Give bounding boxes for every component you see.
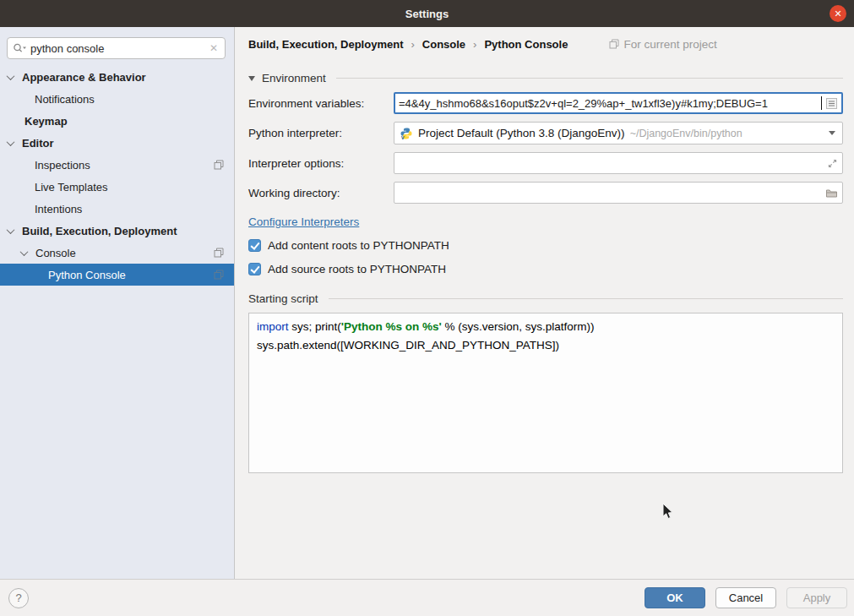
- help-icon[interactable]: ?: [8, 588, 29, 608]
- breadcrumb: Build, Execution, Deployment › Console ›…: [248, 37, 843, 51]
- interpreter-name: Project Default (Python 3.8 (DjangoEnv)): [418, 127, 625, 139]
- python-interpreter-select[interactable]: v Project Default (Python 3.8 (DjangoEnv…: [394, 122, 843, 144]
- cancel-button[interactable]: Cancel: [715, 587, 776, 608]
- copy-settings-icon: [214, 160, 224, 170]
- close-icon[interactable]: ✕: [830, 5, 846, 22]
- title-bar: Settings ✕: [0, 0, 854, 27]
- starting-script-section-header: Starting script: [248, 292, 843, 305]
- working-directory-field[interactable]: [394, 182, 843, 204]
- breadcrumb-item[interactable]: Build, Execution, Deployment: [248, 38, 403, 51]
- browse-variables-icon[interactable]: [822, 97, 838, 110]
- search-icon[interactable]: [13, 42, 27, 54]
- sidebar-item-intentions[interactable]: Intentions: [0, 198, 234, 220]
- search-box[interactable]: ✕: [7, 37, 226, 59]
- tree-item-label: Python Console: [48, 269, 126, 281]
- sidebar-item-notifications[interactable]: Notifications: [0, 88, 234, 110]
- chevron-down-icon[interactable]: [20, 248, 29, 256]
- scope-badge: For current project: [609, 38, 716, 51]
- environment-variables-label: Environment variables:: [248, 97, 394, 110]
- environment-section-header: Environment: [248, 72, 843, 84]
- add-content-roots-checkbox[interactable]: [248, 239, 261, 252]
- python-icon: v: [400, 127, 413, 140]
- configure-interpreters-link[interactable]: Configure Interpreters: [248, 215, 359, 228]
- checkbox-label: Add source roots to PYTHONPATH: [268, 263, 446, 275]
- expand-editor-icon[interactable]: [824, 158, 838, 169]
- environment-variables-input[interactable]: [399, 97, 822, 110]
- settings-dialog: Settings ✕ ✕ Appearance & Behavior: [0, 0, 854, 616]
- sidebar-item-appearance-behavior[interactable]: Appearance & Behavior: [0, 66, 234, 88]
- environment-variables-row: Environment variables:: [248, 92, 843, 114]
- copy-settings-icon: [214, 270, 224, 280]
- dialog-title: Settings: [405, 8, 449, 20]
- breadcrumb-item[interactable]: Console: [422, 38, 465, 51]
- tree-item-label: Console: [35, 247, 76, 259]
- sidebar-item-live-templates[interactable]: Live Templates: [0, 176, 234, 198]
- interpreter-options-input[interactable]: [399, 157, 824, 170]
- interpreter-path: ~/DjangoEnv/bin/python: [630, 128, 742, 139]
- tree-item-label: Appearance & Behavior: [22, 71, 146, 84]
- dialog-body: ✕ Appearance & Behavior Notifications Ke…: [0, 27, 854, 579]
- sidebar-item-python-console[interactable]: Python Console: [0, 264, 234, 286]
- python-interpreter-row: Python interpreter: v Project Default (P…: [248, 122, 843, 144]
- tree-item-label: Intentions: [35, 203, 82, 215]
- folder-icon[interactable]: [822, 188, 838, 199]
- settings-sidebar: ✕ Appearance & Behavior Notifications Ke…: [0, 27, 235, 579]
- collapse-arrow-icon[interactable]: [248, 76, 255, 81]
- working-directory-row: Working directory:: [248, 182, 843, 204]
- copy-settings-icon: [214, 248, 224, 258]
- chevron-down-icon[interactable]: [7, 226, 15, 234]
- code-line: sys.path.extend([WORKING_DIR_AND_PYTHON_…: [257, 336, 835, 355]
- scope-label: For current project: [623, 38, 716, 51]
- section-title: Starting script: [248, 292, 318, 305]
- sidebar-item-keymap[interactable]: Keymap: [0, 110, 234, 132]
- sidebar-item-console[interactable]: Console: [0, 242, 234, 264]
- ok-button[interactable]: OK: [645, 587, 705, 608]
- environment-variables-field[interactable]: [394, 92, 843, 114]
- sidebar-item-inspections[interactable]: Inspections: [0, 154, 234, 176]
- tree-item-label: Build, Execution, Deployment: [22, 225, 177, 237]
- settings-content: Build, Execution, Deployment › Console ›…: [235, 27, 854, 579]
- add-source-roots-row[interactable]: Add source roots to PYTHONPATH: [248, 261, 843, 276]
- working-directory-input[interactable]: [399, 187, 822, 199]
- checkbox-label: Add content roots to PYTHONPATH: [268, 239, 449, 252]
- chevron-down-icon[interactable]: [7, 138, 15, 146]
- add-content-roots-row[interactable]: Add content roots to PYTHONPATH: [248, 237, 843, 253]
- breadcrumb-separator: ›: [473, 38, 476, 51]
- tree-item-label: Live Templates: [35, 181, 107, 194]
- tree-item-label: Notifications: [35, 93, 95, 106]
- breadcrumb-separator: ›: [411, 38, 414, 51]
- tree-item-label: Editor: [22, 137, 54, 150]
- configure-interpreters-row: Configure Interpreters: [248, 215, 843, 228]
- search-input[interactable]: [27, 42, 208, 55]
- python-interpreter-label: Python interpreter:: [248, 127, 394, 139]
- code-line: import sys; print('Python %s on %s' % (s…: [257, 318, 835, 336]
- apply-button[interactable]: Apply: [786, 587, 847, 608]
- sidebar-item-editor[interactable]: Editor: [0, 132, 234, 154]
- tree-item-label: Keymap: [24, 115, 68, 128]
- clear-search-icon[interactable]: ✕: [208, 42, 220, 54]
- interpreter-options-label: Interpreter options:: [248, 157, 394, 170]
- interpreter-options-field[interactable]: [394, 152, 843, 174]
- section-divider: [329, 298, 843, 299]
- dialog-footer: ? OK Cancel Apply: [0, 579, 854, 616]
- section-title: Environment: [262, 72, 326, 84]
- dropdown-arrow-icon[interactable]: [829, 131, 835, 135]
- add-source-roots-checkbox[interactable]: [248, 263, 261, 275]
- section-divider: [336, 78, 843, 79]
- svg-text:v: v: [401, 134, 405, 140]
- tree-item-label: Inspections: [35, 159, 90, 172]
- breadcrumb-item[interactable]: Python Console: [484, 38, 568, 51]
- working-directory-label: Working directory:: [248, 187, 394, 199]
- settings-tree: Appearance & Behavior Notifications Keym…: [0, 66, 234, 579]
- chevron-down-icon[interactable]: [7, 72, 15, 80]
- pages-icon: [609, 39, 619, 49]
- interpreter-options-row: Interpreter options:: [248, 152, 843, 174]
- starting-script-editor[interactable]: import sys; print('Python %s on %s' % (s…: [248, 313, 843, 473]
- search-area: ✕: [0, 27, 234, 66]
- sidebar-item-build-execution-deployment[interactable]: Build, Execution, Deployment: [0, 220, 234, 242]
